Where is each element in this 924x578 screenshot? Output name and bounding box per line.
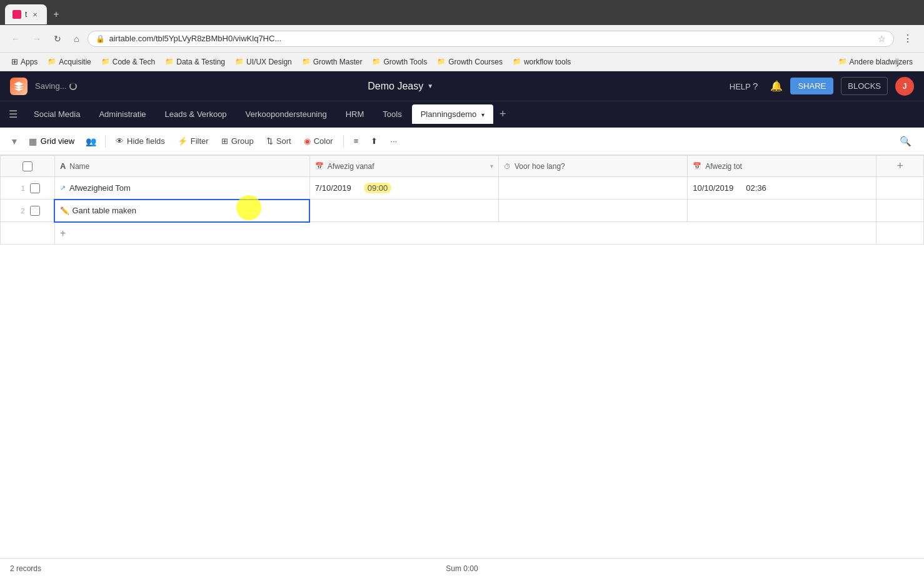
view-filter-toggle[interactable]: ▼ (8, 134, 21, 149)
row2-name-cell[interactable]: ✏️ (54, 200, 309, 222)
help-label: HELP (730, 82, 751, 91)
search-icon: 🔍 (900, 136, 911, 147)
folder-icon: 📁 (513, 58, 521, 66)
view-selector[interactable]: ▦ Grid view (24, 134, 79, 149)
row-height-button[interactable]: ≡ (349, 133, 364, 149)
tab-administratie[interactable]: Administratie (90, 104, 154, 124)
tab-close-button[interactable]: ✕ (31, 10, 39, 19)
folder-icon: 📁 (437, 58, 446, 66)
more-button[interactable]: ··· (385, 133, 402, 149)
row2-afwezig-vanaf-cell[interactable] (309, 200, 498, 222)
extensions-button[interactable]: ⋮ (899, 30, 916, 47)
app-title[interactable]: Demo Jeasy ▼ (84, 81, 717, 92)
row2-checkbox[interactable] (30, 206, 40, 216)
row1-hoelang-cell[interactable] (499, 177, 688, 200)
add-row-num-cell (1, 222, 55, 245)
select-all-checkbox[interactable] (23, 161, 33, 171)
bookmark-data-testing[interactable]: 📁 Data & Testing (161, 56, 229, 68)
add-row: + (1, 222, 924, 245)
row1-number: 1 (15, 185, 25, 192)
bookmark-growth-tools[interactable]: 📁 Growth Tools (368, 56, 431, 68)
tab-planningsdemo[interactable]: Planningsdemo ▾ (412, 104, 493, 124)
afwezig-col-icon: 📅 (315, 162, 324, 170)
bookmark-acquisitie[interactable]: 📁 Acquisitie (44, 56, 94, 68)
filter-button[interactable]: ⚡ Filter (173, 133, 214, 149)
tab-bar: t ✕ + (0, 0, 924, 25)
row2-name-input[interactable] (72, 206, 304, 215)
status-bar: 2 records Sum 0:00 (0, 558, 924, 578)
bookmark-code-tech-label: Code & Tech (113, 58, 156, 66)
add-row-cell[interactable]: + (54, 222, 876, 245)
add-row-button[interactable]: + (55, 224, 876, 243)
tab-social-media[interactable]: Social Media (25, 104, 89, 124)
reload-button[interactable]: ↻ (50, 31, 65, 46)
add-tab-button[interactable]: + (495, 105, 511, 123)
home-button[interactable]: ⌂ (70, 31, 83, 46)
toolbar-divider (105, 135, 106, 148)
color-label: Color (314, 136, 333, 146)
users-button[interactable]: 👥 (82, 134, 100, 149)
color-button[interactable]: ◉ Color (299, 133, 338, 149)
add-row-plus-icon: + (60, 228, 66, 239)
blocks-button[interactable]: BLOCKS (841, 77, 888, 95)
bookmark-code-tech[interactable]: 📁 Code & Tech (98, 56, 159, 68)
avatar[interactable]: J (895, 77, 914, 96)
view-label: Grid view (41, 136, 74, 146)
back-button[interactable]: ← (8, 31, 24, 46)
header-hoelang-col: ⏱ Voor hoe lang? (499, 156, 688, 177)
search-button[interactable]: 🔍 (895, 133, 916, 150)
bookmark-workflow-tools[interactable]: 📁 workflow tools (509, 56, 575, 68)
grid-table: A Name 📅 Afwezig vanaf ▾ ⏱ (0, 155, 924, 245)
app-title-text: Demo Jeasy (368, 81, 423, 92)
row2-checkbox-cell: 2 (1, 200, 55, 222)
app-header: Saving... Demo Jeasy ▼ HELP ? 🔔 SHARE BL… (0, 71, 924, 101)
tab-dropdown-icon: ▾ (481, 111, 485, 118)
tab-navigation: ☰ Social Media Administratie Leads & Ver… (0, 101, 924, 128)
tab-hrm-label: HRM (346, 109, 364, 119)
row1-checkbox-cell: 1 (1, 177, 55, 200)
saving-indicator: Saving... (35, 81, 77, 91)
notifications-icon[interactable]: 🔔 (770, 80, 783, 92)
bookmark-apps[interactable]: ⊞ Apps (8, 56, 41, 68)
row1-afwezig-vanaf-cell[interactable]: 7/10/2019 09:00 (309, 177, 498, 200)
bookmark-growth-courses[interactable]: 📁 Growth Courses (433, 56, 506, 68)
forward-button[interactable]: → (29, 31, 45, 46)
bookmark-andere[interactable]: 📁 Andere bladwijzers (835, 56, 916, 68)
bookmark-growth-master-label: Growth Master (313, 58, 363, 66)
address-bar[interactable]: 🔒 airtable.com/tbl5YpLVyR8zBMbH0/viwKlq7… (88, 31, 894, 47)
tab-hrm[interactable]: HRM (337, 104, 373, 124)
group-icon: ⊞ (221, 136, 228, 146)
tab-verkoopondersteuning-label: Verkoopondersteuning (246, 109, 327, 119)
share-view-button[interactable]: ⬆ (366, 133, 383, 149)
sort-button[interactable]: ⇅ Sort (261, 133, 296, 149)
group-button[interactable]: ⊞ Group (216, 133, 259, 149)
tab-planningsdemo-label: Planningsdemo (421, 109, 477, 119)
bookmark-data-testing-label: Data & Testing (176, 58, 225, 66)
row2-hoelang-cell[interactable] (499, 200, 688, 222)
menu-toggle-button[interactable]: ☰ (5, 104, 21, 124)
bookmark-growth-master[interactable]: 📁 Growth Master (298, 56, 366, 68)
new-tab-button[interactable]: + (48, 6, 64, 23)
active-tab[interactable]: t ✕ (5, 4, 47, 24)
hoelang-col-label: Voor hoe lang? (515, 162, 565, 171)
afwezig-col-dropdown[interactable]: ▾ (490, 163, 493, 170)
folder-icon: 📁 (372, 58, 381, 66)
bookmarks-bar: ⊞ Apps 📁 Acquisitie 📁 Code & Tech 📁 Data… (0, 53, 924, 71)
more-icon: ··· (390, 136, 397, 146)
tab-leads-verkoop-label: Leads & Verkoop (165, 109, 227, 119)
row2-tot-cell[interactable] (688, 200, 876, 222)
tab-leads-verkoop[interactable]: Leads & Verkoop (156, 104, 236, 124)
row1-name-cell[interactable]: ↗ Afwezigheid Tom (54, 177, 309, 200)
bookmark-ui-ux[interactable]: 📁 UI/UX Design (231, 56, 296, 68)
row1-expand-icon[interactable]: ↗ (60, 184, 66, 192)
tab-administratie-label: Administratie (99, 109, 146, 119)
hide-fields-button[interactable]: 👁 Hide fields (111, 133, 170, 149)
row1-tot-cell[interactable]: 10/10/2019 02:36 (688, 177, 876, 200)
help-button[interactable]: HELP ? (725, 78, 763, 94)
nav-bar: ← → ↻ ⌂ 🔒 airtable.com/tbl5YpLVyR8zBMbH0… (0, 25, 924, 53)
row1-checkbox[interactable] (30, 183, 40, 193)
add-field-icon[interactable]: + (896, 160, 903, 173)
tab-verkoopondersteuning[interactable]: Verkoopondersteuning (237, 104, 336, 124)
tab-tools[interactable]: Tools (374, 104, 410, 124)
share-button[interactable]: SHARE (790, 78, 833, 94)
